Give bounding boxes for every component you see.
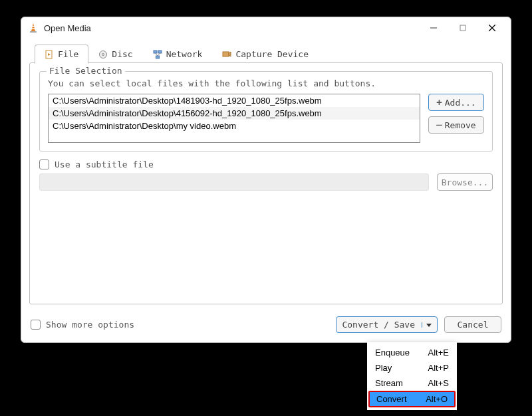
disc-icon bbox=[98, 50, 108, 59]
tab-file[interactable]: File bbox=[35, 45, 88, 64]
cancel-button[interactable]: Cancel bbox=[444, 316, 501, 333]
minimize-button[interactable] bbox=[419, 19, 448, 37]
svg-rect-3 bbox=[32, 29, 35, 30]
menu-item-shortcut: Alt+P bbox=[428, 363, 449, 373]
browse-button: Browse... bbox=[437, 173, 493, 191]
svg-rect-12 bbox=[154, 51, 157, 53]
file-icon bbox=[45, 50, 54, 59]
svg-rect-2 bbox=[32, 26, 34, 27]
add-button-label: Add... bbox=[445, 98, 476, 108]
remove-button-label: Remove bbox=[445, 120, 476, 130]
tab-network[interactable]: Network bbox=[143, 45, 213, 64]
close-button[interactable] bbox=[477, 19, 507, 37]
menu-item-shortcut: Alt+S bbox=[428, 378, 449, 388]
window-buttons bbox=[419, 19, 507, 37]
svg-marker-0 bbox=[31, 23, 35, 31]
maximize-button[interactable] bbox=[448, 19, 477, 37]
tab-capture[interactable]: Capture Device bbox=[212, 45, 319, 64]
tab-capture-label: Capture Device bbox=[235, 49, 309, 59]
subtitle-checkbox[interactable] bbox=[39, 159, 49, 169]
menu-item-shortcut: Alt+O bbox=[426, 394, 448, 404]
open-media-window: Open Media File Disc Network Capture Dev… bbox=[21, 17, 511, 343]
minus-icon: ─ bbox=[436, 120, 442, 130]
svg-rect-14 bbox=[156, 56, 159, 58]
list-item[interactable]: C:\Users\Administrator\Desktop\my video.… bbox=[49, 120, 420, 132]
tab-file-label: File bbox=[58, 49, 78, 59]
file-selection-group: File Selection You can select local file… bbox=[39, 71, 493, 152]
svg-line-16 bbox=[158, 53, 160, 56]
tab-network-label: Network bbox=[166, 49, 203, 59]
file-selection-legend: File Selection bbox=[47, 66, 125, 76]
convert-save-button[interactable]: Convert / Save bbox=[336, 316, 438, 333]
tab-disc[interactable]: Disc bbox=[88, 45, 142, 64]
menu-item-play[interactable]: Play Alt+P bbox=[367, 360, 457, 375]
svg-rect-17 bbox=[223, 52, 229, 56]
menu-item-label: Enqueue bbox=[375, 348, 410, 358]
menu-item-label: Stream bbox=[375, 378, 403, 388]
show-more-checkbox[interactable] bbox=[31, 320, 41, 330]
main-panel: File Selection You can select local file… bbox=[29, 62, 503, 304]
convert-dropdown-menu: Enqueue Alt+E Play Alt+P Stream Alt+S Co… bbox=[367, 342, 457, 410]
list-item[interactable]: C:\Users\Administrator\Desktop\4156092-h… bbox=[49, 107, 420, 120]
add-button[interactable]: + Add... bbox=[428, 94, 484, 111]
svg-rect-1 bbox=[30, 31, 37, 33]
subtitle-checkbox-label: Use a subtitle file bbox=[55, 159, 154, 169]
cancel-label: Cancel bbox=[458, 320, 489, 330]
capture-icon bbox=[222, 50, 231, 59]
menu-item-convert[interactable]: Convert Alt+O bbox=[368, 391, 456, 407]
window-title: Open Media bbox=[44, 23, 419, 33]
file-list[interactable]: C:\Users\Administrator\Desktop\1481903-h… bbox=[48, 94, 420, 143]
menu-item-shortcut: Alt+E bbox=[428, 348, 449, 358]
network-icon bbox=[153, 50, 162, 59]
file-selection-hint: You can select local files with the foll… bbox=[48, 78, 484, 88]
svg-point-11 bbox=[102, 53, 104, 55]
browse-button-label: Browse... bbox=[442, 177, 488, 187]
bottom-bar: Show more options Convert / Save Cancel bbox=[21, 311, 511, 342]
svg-rect-13 bbox=[158, 51, 162, 53]
tab-bar: File Disc Network Capture Device bbox=[21, 39, 511, 63]
remove-button[interactable]: ─ Remove bbox=[428, 116, 484, 134]
vlc-cone-icon bbox=[28, 23, 39, 33]
convert-save-label: Convert / Save bbox=[342, 320, 415, 330]
show-more-label: Show more options bbox=[46, 320, 134, 330]
menu-item-label: Convert bbox=[376, 394, 407, 404]
tab-disc-label: Disc bbox=[112, 49, 132, 59]
chevron-down-icon[interactable] bbox=[422, 322, 436, 328]
list-item[interactable]: C:\Users\Administrator\Desktop\1481903-h… bbox=[49, 94, 420, 107]
svg-rect-5 bbox=[460, 25, 466, 31]
titlebar: Open Media bbox=[21, 17, 511, 39]
svg-marker-19 bbox=[426, 324, 432, 327]
subtitle-path-field bbox=[39, 173, 429, 191]
menu-item-stream[interactable]: Stream Alt+S bbox=[367, 375, 457, 391]
menu-item-enqueue[interactable]: Enqueue Alt+E bbox=[367, 345, 457, 360]
subtitle-section: Use a subtitle file Browse... bbox=[39, 159, 493, 191]
svg-line-15 bbox=[155, 53, 158, 56]
menu-item-label: Play bbox=[375, 363, 392, 373]
plus-icon: + bbox=[436, 97, 442, 108]
